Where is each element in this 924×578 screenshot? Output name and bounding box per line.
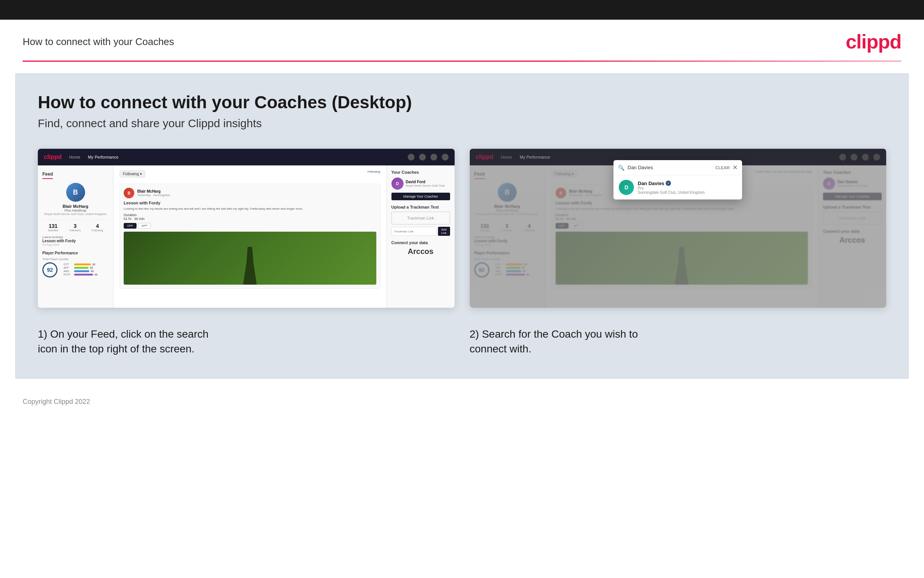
step-2-text: 2) Search for the Coach you wish toconne… xyxy=(470,327,887,356)
main-content-area: How to connect with your Coaches (Deskto… xyxy=(15,73,909,379)
manage-coaches-btn[interactable]: Manage Your Coaches xyxy=(392,193,450,200)
arccos-logo: Arccos xyxy=(392,247,450,256)
clear-button[interactable]: CLEAR xyxy=(715,166,730,170)
search-input-mock[interactable]: Dan Davies xyxy=(628,165,712,170)
coaches-title: Your Coaches xyxy=(392,170,450,174)
perf-bar-arg xyxy=(74,270,89,272)
app-main-1: Following ▾ Following B Blair McHarg Yes… xyxy=(113,166,387,308)
perf-val-ott: 90 xyxy=(92,263,95,266)
post-header: B Blair McHarg Yesterday · Sunningdale xyxy=(124,188,376,198)
nav-home[interactable]: Home xyxy=(69,155,80,159)
result-name: Dan Davies ✓ xyxy=(638,180,705,186)
profile-name: Blair McHarg xyxy=(42,204,108,209)
main-subtitle: Find, connect and share your Clippd insi… xyxy=(38,117,886,130)
profile-stats: 131 Activities 3 Followers 4 Following xyxy=(42,219,108,232)
search-bar: 🔍 Dan Davies CLEAR ✕ xyxy=(613,160,742,175)
perf-bars: OTT 90 APP 85 xyxy=(63,263,97,277)
step-2-desc: 2) Search for the Coach you wish toconne… xyxy=(470,327,887,356)
stat-followers: 3 Followers xyxy=(70,223,81,232)
stat-followers-label: Followers xyxy=(70,229,81,232)
search-icon[interactable] xyxy=(408,154,414,161)
feed-tab[interactable]: Feed xyxy=(42,170,53,179)
activity-date: 03 Aug 2022 xyxy=(42,243,108,247)
mock-screenshot-1: clippd Home My Performance Feed xyxy=(38,149,455,308)
perf-val-arg: 86 xyxy=(91,270,94,273)
stat-followers-num: 3 xyxy=(70,223,81,229)
trackman-input-row: Add Link xyxy=(392,227,450,236)
stat-following: 4 Following xyxy=(92,223,103,232)
player-performance: Player Performance Total Player Quality … xyxy=(42,251,108,278)
perf-bar-putt xyxy=(74,274,93,276)
profile-club: Royal North Devon Golf Club, United King… xyxy=(42,212,108,216)
trackman-input[interactable] xyxy=(392,227,437,236)
profile-card: B Blair McHarg Plus Handicap Royal North… xyxy=(42,183,108,232)
add-link-btn[interactable]: Add Link xyxy=(438,227,450,236)
control-link[interactable]: Following xyxy=(367,170,380,174)
stat-following-label: Following xyxy=(92,229,103,232)
search-modal: 🔍 Dan Davies CLEAR ✕ D Dan Davies ✓ Pro xyxy=(613,160,742,200)
steps-row: 1) On your Feed, click on the searchicon… xyxy=(38,327,886,356)
perf-label-arg: ARG xyxy=(63,270,73,273)
result-info: Dan Davies ✓ Pro Sunningdale Golf Club, … xyxy=(638,180,705,195)
off-btn[interactable]: OFF xyxy=(124,223,136,229)
activity-name: Lesson with Fordy xyxy=(42,239,108,243)
clippd-logo: clippd xyxy=(846,30,901,53)
post-image xyxy=(124,232,376,285)
nav-my-performance[interactable]: My Performance xyxy=(88,155,118,159)
header-divider xyxy=(23,60,901,62)
connect-title: Connect your data xyxy=(392,240,450,245)
app-nav-1: clippd Home My Performance xyxy=(38,149,455,166)
perf-val-app: 85 xyxy=(90,266,93,269)
result-type: Pro xyxy=(638,186,705,190)
coach-club: Royal North Devon Golf Club xyxy=(406,184,445,187)
coach-info: David Ford Royal North Devon Golf Club xyxy=(406,180,445,187)
perf-bar-app xyxy=(74,267,89,269)
perf-label-putt: PUTT xyxy=(63,273,73,276)
stat-activities-label: Activities xyxy=(48,229,58,232)
post-text: Looking to feel like my hands are exitin… xyxy=(124,207,376,211)
top-bar xyxy=(0,0,924,19)
settings-icon[interactable] xyxy=(430,154,437,161)
result-club: Sunningdale Golf Club, United Kingdom xyxy=(638,190,705,195)
verified-badge: ✓ xyxy=(666,180,671,186)
search-result[interactable]: D Dan Davies ✓ Pro Sunningdale Golf Club… xyxy=(613,175,742,200)
step-1-desc: 1) On your Feed, click on the searchicon… xyxy=(38,327,455,356)
golfer-silhouette xyxy=(239,247,261,285)
perf-val-putt: 96 xyxy=(95,273,97,276)
coach-avatar: D xyxy=(392,177,404,190)
avatar-icon[interactable] xyxy=(442,154,448,161)
stat-following-num: 4 xyxy=(92,223,103,229)
app-nav-icons xyxy=(408,154,448,161)
app-body-1: Feed B Blair McHarg Plus Handicap Royal … xyxy=(38,166,455,308)
post-author-sub: Yesterday · Sunningdale xyxy=(137,193,170,197)
stat-activities: 131 Activities xyxy=(48,223,58,232)
app-btn[interactable]: APP xyxy=(138,223,151,229)
perf-quality: Total Player Quality xyxy=(42,257,108,261)
perf-label-ott: OTT xyxy=(63,263,73,266)
following-btn[interactable]: Following ▾ xyxy=(120,170,145,177)
perf-bar-ott xyxy=(74,263,91,265)
perf-label-app: APP xyxy=(63,266,73,269)
post-title: Lesson with Fordy xyxy=(124,201,376,205)
perf-row-arg: ARG 86 xyxy=(63,270,97,273)
perf-row-ott: OTT 90 xyxy=(63,263,97,266)
screenshot-1: clippd Home My Performance Feed xyxy=(38,149,455,308)
footer: Copyright Clippd 2022 xyxy=(0,390,924,413)
coach-item: D David Ford Royal North Devon Golf Club xyxy=(392,177,450,190)
result-avatar: D xyxy=(619,180,634,195)
post-author-name: Blair McHarg xyxy=(137,189,170,193)
step-1-text: 1) On your Feed, click on the searchicon… xyxy=(38,327,455,356)
user-icon[interactable] xyxy=(419,154,426,161)
perf-row-app: APP 85 xyxy=(63,266,97,269)
perf-score: 92 xyxy=(42,262,58,278)
trackman-placeholder: Trackman Link xyxy=(392,212,450,224)
close-icon[interactable]: ✕ xyxy=(733,164,738,171)
mock-screenshot-2: clippd Home My Performance Feed xyxy=(470,149,887,308)
page-title: How to connect with your Coaches xyxy=(23,36,174,48)
post-duration: Duration01 hr : 30 min xyxy=(124,213,376,221)
coach-name: David Ford xyxy=(406,180,445,184)
screenshot-2: clippd Home My Performance Feed xyxy=(470,149,887,308)
perf-row-putt: PUTT 96 xyxy=(63,273,97,276)
latest-activity: Latest Activity Lesson with Fordy 03 Aug… xyxy=(42,235,108,247)
search-icon-modal: 🔍 xyxy=(618,165,625,171)
